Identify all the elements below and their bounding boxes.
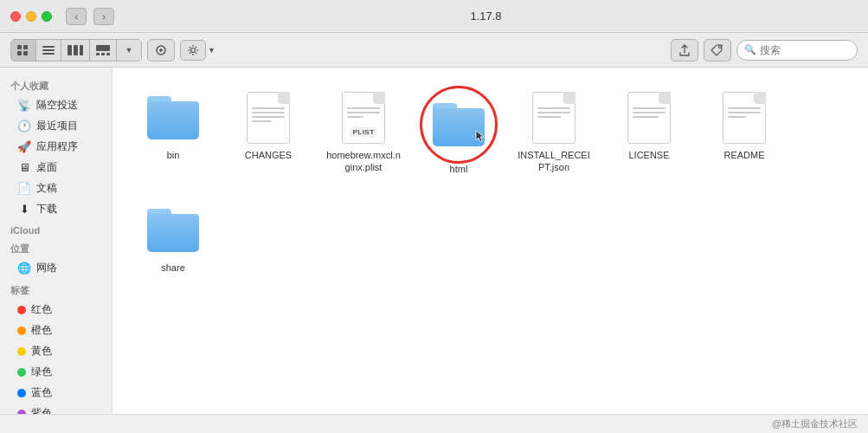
file-item-share[interactable]: share xyxy=(130,197,216,279)
traffic-lights xyxy=(10,11,52,22)
sidebar-label-orange: 橙色 xyxy=(31,323,52,338)
search-input[interactable] xyxy=(760,44,850,56)
sidebar-item-network[interactable]: 🌐 网络 xyxy=(3,258,108,278)
sidebar-item-blue[interactable]: 蓝色 xyxy=(3,383,108,403)
svg-rect-10 xyxy=(96,45,110,51)
file-label-bin: bin xyxy=(167,149,180,161)
forward-button[interactable]: › xyxy=(93,8,114,25)
file-label-license: LICENSE xyxy=(628,149,669,161)
file-grid: bin CHANGES xyxy=(130,85,851,280)
main-area: 个人收藏 📡 隔空投送 🕐 最近项目 🚀 应用程序 🖥 桌面 📄 文稿 ⬇ 下载… xyxy=(0,68,868,414)
file-item-html[interactable]: html xyxy=(415,85,502,180)
folder-icon-html xyxy=(433,103,485,146)
search-icon: 🔍 xyxy=(744,44,756,55)
apps-icon: 🚀 xyxy=(17,140,31,153)
titlebar: ‹ › 1.17.8 xyxy=(0,0,868,33)
svg-rect-2 xyxy=(17,51,22,55)
sidebar-item-purple[interactable]: 紫色 xyxy=(3,404,108,414)
sidebar-label-red: 红色 xyxy=(31,302,52,317)
settings-button[interactable] xyxy=(180,40,206,61)
sidebar-item-red[interactable]: 红色 xyxy=(3,300,108,320)
svg-rect-8 xyxy=(74,45,78,55)
sidebar-label-green: 绿色 xyxy=(31,365,52,379)
blue-tag-dot xyxy=(17,389,26,397)
icon-view-button[interactable] xyxy=(11,40,36,61)
file-icon-share xyxy=(145,203,201,258)
view-dropdown-button[interactable]: ▼ xyxy=(117,40,141,61)
sidebar-item-desktop[interactable]: 🖥 桌面 xyxy=(3,158,108,178)
content-area: bin CHANGES xyxy=(113,68,868,414)
svg-rect-9 xyxy=(80,45,83,55)
file-label-changes: CHANGES xyxy=(245,149,292,161)
settings-arrow[interactable]: ▼ xyxy=(208,46,215,55)
gallery-view-button[interactable] xyxy=(90,40,117,61)
sidebar-item-downloads[interactable]: ⬇ 下载 xyxy=(3,199,108,219)
doc-icon-install-receipt xyxy=(532,92,575,144)
maximize-button[interactable] xyxy=(42,11,52,22)
airdrop-icon: 📡 xyxy=(17,99,31,112)
sidebar-item-green[interactable]: 绿色 xyxy=(3,362,108,382)
svg-rect-12 xyxy=(101,53,105,55)
file-item-readme[interactable]: README xyxy=(701,85,788,180)
minimize-button[interactable] xyxy=(26,11,36,22)
svg-rect-5 xyxy=(42,49,55,51)
svg-rect-0 xyxy=(17,45,22,49)
yellow-tag-dot xyxy=(17,347,26,356)
sidebar-label-docs: 文稿 xyxy=(36,181,57,196)
tag-button[interactable] xyxy=(704,39,731,61)
file-item-homebrew[interactable]: PLIST homebrew.mxcl.nginx.plist xyxy=(320,85,407,180)
file-item-install-receipt[interactable]: INSTALL_RECEIPT.json xyxy=(511,85,597,180)
arrange-button[interactable] xyxy=(147,39,175,61)
sidebar-item-docs[interactable]: 📄 文稿 xyxy=(3,178,108,198)
recents-icon: 🕐 xyxy=(17,120,31,132)
file-icon-readme xyxy=(717,90,772,145)
sidebar-item-apps[interactable]: 🚀 应用程序 xyxy=(3,137,108,157)
sidebar-item-recents[interactable]: 🕐 最近项目 xyxy=(3,116,108,136)
sidebar-label-yellow: 黄色 xyxy=(31,344,52,359)
sidebar-item-yellow[interactable]: 黄色 xyxy=(3,341,108,361)
file-item-license[interactable]: LICENSE xyxy=(606,85,692,180)
sidebar-label-downloads: 下载 xyxy=(36,202,57,216)
back-button[interactable]: ‹ xyxy=(66,8,87,25)
svg-rect-13 xyxy=(106,53,110,55)
network-icon: 🌐 xyxy=(17,262,31,275)
sidebar-label-network: 网络 xyxy=(36,261,57,275)
file-icon-bin xyxy=(145,90,201,145)
sidebar-item-orange[interactable]: 橙色 xyxy=(3,320,108,340)
file-item-changes[interactable]: CHANGES xyxy=(225,85,312,180)
doc-icon-changes xyxy=(247,92,290,144)
file-label-install-receipt: INSTALL_RECEIPT.json xyxy=(516,149,592,174)
sidebar-label-apps: 应用程序 xyxy=(36,139,78,154)
close-button[interactable] xyxy=(10,11,21,22)
sidebar-section-location: 位置 xyxy=(0,237,112,257)
sidebar: 个人收藏 📡 隔空投送 🕐 最近项目 🚀 应用程序 🖥 桌面 📄 文稿 ⬇ 下载… xyxy=(0,68,113,414)
share-button[interactable] xyxy=(671,39,698,61)
file-label-readme: README xyxy=(723,149,764,161)
file-label-homebrew: homebrew.mxcl.nginx.plist xyxy=(325,149,402,174)
file-item-bin[interactable]: bin xyxy=(130,85,216,180)
svg-rect-4 xyxy=(42,46,55,48)
plist-badge: PLIST xyxy=(350,127,376,137)
folder-icon-bin xyxy=(147,96,199,139)
svg-point-15 xyxy=(191,48,196,52)
sidebar-section-icloud: iCloud xyxy=(0,220,112,237)
column-view-button[interactable] xyxy=(61,40,90,61)
sidebar-label-desktop: 桌面 xyxy=(36,160,57,175)
view-buttons: ▼ xyxy=(10,39,142,61)
file-icon-install-receipt xyxy=(526,90,582,145)
doc-icon-homebrew: PLIST xyxy=(342,92,385,144)
file-icon-changes xyxy=(241,90,296,145)
search-box[interactable]: 🔍 xyxy=(736,40,858,61)
svg-rect-6 xyxy=(42,53,55,55)
arrange-with-arrow: ▼ xyxy=(180,40,215,61)
list-view-button[interactable] xyxy=(36,40,61,61)
docs-icon: 📄 xyxy=(17,182,31,195)
file-label-html: html xyxy=(450,163,468,175)
sidebar-label-blue: 蓝色 xyxy=(31,385,52,400)
sidebar-item-airdrop[interactable]: 📡 隔空投送 xyxy=(3,95,108,115)
sidebar-section-favorites: 个人收藏 xyxy=(0,74,112,94)
red-tag-dot xyxy=(17,306,26,314)
file-icon-html xyxy=(424,90,493,159)
svg-rect-11 xyxy=(96,53,100,55)
file-icon-license xyxy=(621,90,677,145)
